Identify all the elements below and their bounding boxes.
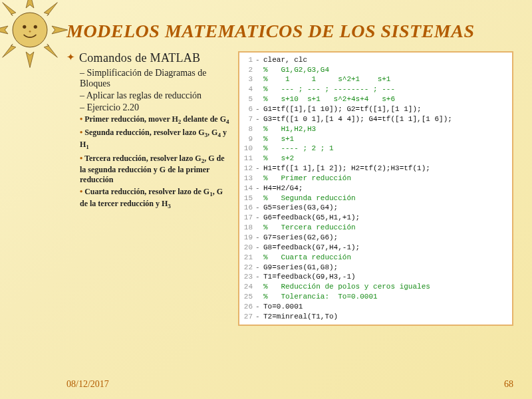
breakpoint-dash [255, 282, 263, 292]
breakpoint-dash [255, 65, 263, 75]
line-number: 26 [239, 302, 255, 312]
code-text: T1=feedback(G9,H3,-1) [263, 272, 508, 282]
code-line: 17-G6=feedback(G5,H1,+1); [239, 213, 508, 223]
breakpoint-dash [255, 253, 263, 263]
sun-icon [0, 0, 69, 69]
code-line: 16-G5=series(G3,G4); [239, 203, 508, 213]
line-number: 22 [239, 263, 255, 273]
breakpoint-dash: - [255, 263, 263, 273]
code-text: % H1,H2,H3 [263, 124, 508, 134]
footer: 08/12/2017 68 [66, 379, 513, 390]
breakpoint-dash [255, 74, 263, 84]
code-line: 9% s+1 [239, 134, 508, 144]
breakpoint-dash: - [255, 55, 263, 65]
code-text: % --- ; --- ; -------- ; --- [263, 84, 508, 94]
code-table: 1-clear, clc2% G1,G2,G3,G43% 1 1 s^2+1 s… [239, 55, 508, 322]
breakpoint-dash: - [255, 213, 263, 223]
code-text: clear, clc [263, 55, 508, 65]
breakpoint-dash [255, 134, 263, 144]
breakpoint-dash: - [255, 104, 263, 114]
svg-marker-5 [44, 3, 57, 16]
slide: MODELOS MATEMATICOS DE LOS SISTEMAS ✦ Co… [0, 0, 532, 399]
line-number: 11 [239, 154, 255, 164]
breakpoint-dash: - [255, 312, 263, 322]
line-number: 23 [239, 272, 255, 282]
code-text: % Reducción de polos y ceros iguales [263, 282, 508, 292]
line-number: 9 [239, 134, 255, 144]
code-line: 2% G1,G2,G3,G4 [239, 65, 508, 75]
code-text: G6=feedback(G5,H1,+1); [263, 213, 508, 223]
subsub-item: Cuarta reducción, resolver lazo de G1, G… [80, 187, 231, 210]
code-line: 15% Segunda reducción [239, 194, 508, 203]
code-text: % ---- ; 2 ; 1 [263, 144, 508, 154]
breakpoint-dash: - [255, 302, 263, 312]
code-text: To=0.0001 [263, 302, 508, 312]
code-text: G8=feedback(G7,H4,-1); [263, 243, 508, 253]
code-line: 6-G1=tf([1],[1 10]); G2=tf([1],[1 1]); [239, 104, 508, 114]
line-number: 14 [239, 184, 255, 194]
breakpoint-dash [255, 194, 263, 203]
breakpoint-dash [255, 154, 263, 164]
line-number: 17 [239, 213, 255, 223]
code-line: 7-G3=tf([1 0 1],[1 4 4]); G4=tf([1 1],[1… [239, 114, 508, 124]
code-text: % 1 1 s^2+1 s+1 [263, 74, 508, 84]
code-line: 5% s+10 s+1 s^2+4s+4 s+6 [239, 94, 508, 104]
code-line: 10% ---- ; 2 ; 1 [239, 144, 508, 154]
line-number: 27 [239, 312, 255, 322]
line-number: 7 [239, 114, 255, 124]
heading-row: ✦ Comandos de MATLAB [66, 51, 231, 65]
line-number: 24 [239, 282, 255, 292]
code-line: 19-G7=series(G2,G6); [239, 233, 508, 243]
code-text: % s+1 [263, 134, 508, 144]
code-panel: 1-clear, clc2% G1,G2,G3,G43% 1 1 s^2+1 s… [238, 51, 513, 326]
breakpoint-dash [255, 174, 263, 184]
code-line: 25% Tolerancia: To=0.0001 [239, 292, 508, 302]
svg-marker-2 [0, 26, 8, 34]
line-number: 21 [239, 253, 255, 263]
code-line: 20-G8=feedback(G7,H4,-1); [239, 243, 508, 253]
line-number: 25 [239, 292, 255, 302]
code-text: % s+10 s+1 s^2+4s+4 s+6 [263, 94, 508, 104]
code-line: 13% Primer reducción [239, 174, 508, 184]
sublist: Simplificación de Diagramas de Bloques A… [80, 68, 231, 113]
breakpoint-dash [255, 124, 263, 134]
code-text: H4=H2/G4; [263, 184, 508, 194]
svg-point-11 [29, 31, 31, 33]
code-text: % s+2 [263, 154, 508, 164]
footer-date: 08/12/2017 [66, 379, 109, 390]
line-number: 18 [239, 223, 255, 233]
breakpoint-dash: - [255, 164, 263, 174]
code-line: 11% s+2 [239, 154, 508, 164]
code-line: 8% H1,H2,H3 [239, 124, 508, 134]
heading-text: Comandos de MATLAB [79, 51, 200, 65]
breakpoint-dash [255, 292, 263, 302]
subsub-item: Primer reducción, mover H2 delante de G4 [80, 114, 231, 126]
left-column: ✦ Comandos de MATLAB Simplificación de D… [66, 51, 231, 326]
code-line: 24% Reducción de polos y ceros iguales [239, 282, 508, 292]
code-text: G5=series(G3,G4); [263, 203, 508, 213]
code-line: 22-G9=series(G1,G8); [239, 263, 508, 273]
code-text: G9=series(G1,G8); [263, 263, 508, 273]
svg-marker-7 [44, 44, 57, 57]
breakpoint-dash [255, 144, 263, 154]
code-line: 27-T2=minreal(T1,To) [239, 312, 508, 322]
svg-point-9 [23, 25, 26, 29]
code-line: 26-To=0.0001 [239, 302, 508, 312]
code-text: % Tolerancia: To=0.0001 [263, 292, 508, 302]
breakpoint-dash [255, 84, 263, 94]
code-line: 21% Cuarta reducción [239, 253, 508, 263]
subsub-item: Tercera reducción, resolver lazo G2, G d… [80, 154, 231, 186]
svg-marker-6 [3, 44, 16, 57]
code-text: % Cuarta reducción [263, 253, 508, 263]
code-text: G3=tf([1 0 1],[1 4 4]); G4=tf([1 1],[1 6… [263, 114, 508, 124]
code-text: G7=series(G2,G6); [263, 233, 508, 243]
breakpoint-dash: - [255, 203, 263, 213]
svg-marker-1 [26, 52, 34, 68]
body-row: ✦ Comandos de MATLAB Simplificación de D… [66, 51, 513, 326]
code-text: G1=tf([1],[1 10]); G2=tf([1],[1 1]); [263, 104, 508, 114]
sub-item: Simplificación de Diagramas de Bloques [80, 68, 231, 89]
code-text: % Tercera reducción [263, 223, 508, 233]
line-number: 12 [239, 164, 255, 174]
line-number: 20 [239, 243, 255, 253]
line-number: 15 [239, 194, 255, 203]
